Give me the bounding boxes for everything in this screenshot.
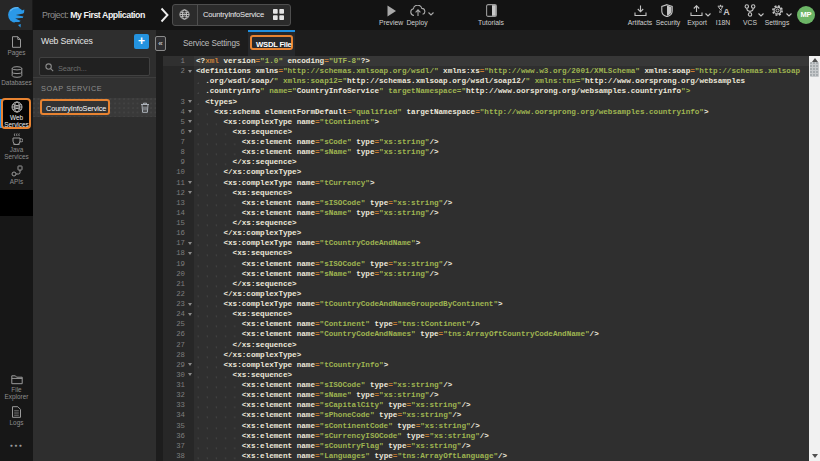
svg-text:A: A (723, 7, 730, 17)
